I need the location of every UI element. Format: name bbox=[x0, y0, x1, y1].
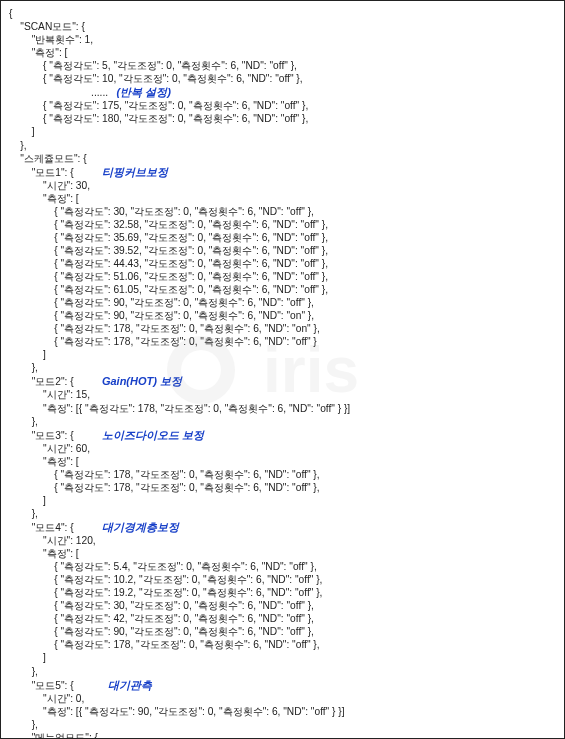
line: { "측정각도": 90, "각도조정": 0, "측정횟수": 6, "ND"… bbox=[9, 297, 314, 308]
line: { "측정각도": 178, "각도조정": 0, "측정횟수": 6, "ND… bbox=[9, 469, 320, 480]
line: { "측정각도": 10, "각도조정": 0, "측정횟수": 6, "ND"… bbox=[9, 73, 303, 84]
line: "모드1": { 티핑커브보정 bbox=[9, 167, 168, 178]
line: { "측정각도": 90, "각도조정": 0, "측정횟수": 6, "ND"… bbox=[9, 310, 314, 321]
line: "측정": [ bbox=[9, 548, 79, 559]
line: { "측정각도": 61.05, "각도조정": 0, "측정횟수": 6, "… bbox=[9, 284, 328, 295]
line: { "측정각도": 90, "각도조정": 0, "측정횟수": 6, "ND"… bbox=[9, 626, 314, 637]
annot-mode5: 대기관측 bbox=[108, 679, 152, 691]
json-config-figure: iris{ "SCAN모드": { "반복횟수": 1, "측정": [ { "… bbox=[0, 0, 565, 739]
line: { "측정각도": 178, "각도조정": 0, "측정횟수": 6, "ND… bbox=[9, 482, 320, 493]
line: "반복횟수": 1, bbox=[9, 34, 93, 45]
line: }, bbox=[9, 666, 38, 677]
line: "측정": [ bbox=[9, 456, 79, 467]
line: }, bbox=[9, 140, 27, 151]
line: { "측정각도": 39.52, "각도조정": 0, "측정횟수": 6, "… bbox=[9, 245, 328, 256]
line: "모드3": { 노이즈다이오드 보정 bbox=[9, 430, 204, 441]
line: "메뉴얼모드": { bbox=[9, 732, 98, 739]
line: { "측정각도": 178, "각도조정": 0, "측정횟수": 6, "ND… bbox=[9, 336, 317, 347]
line: "스케쥴모드": { bbox=[9, 153, 87, 164]
line: "시간": 15, bbox=[9, 389, 90, 400]
line: ...... (반복 설정) bbox=[9, 87, 171, 98]
line: { "측정각도": 30, "각도조정": 0, "측정횟수": 6, "ND"… bbox=[9, 206, 314, 217]
line: { "측정각도": 42, "각도조정": 0, "측정횟수": 6, "ND"… bbox=[9, 613, 314, 624]
line: "SCAN모드": { bbox=[9, 21, 85, 32]
line: { "측정각도": 178, "각도조정": 0, "측정횟수": 6, "ND… bbox=[9, 639, 320, 650]
line: "시간": 120, bbox=[9, 535, 96, 546]
line: { "측정각도": 32.58, "각도조정": 0, "측정횟수": 6, "… bbox=[9, 219, 328, 230]
line: { "측정각도": 10.2, "각도조정": 0, "측정횟수": 6, "N… bbox=[9, 574, 322, 585]
line: { "측정각도": 51.06, "각도조정": 0, "측정횟수": 6, "… bbox=[9, 271, 328, 282]
line: "모드5": { 대기관측 bbox=[9, 680, 152, 691]
line: "모드2": { Gain(HOT) 보정 bbox=[9, 376, 182, 387]
line: "측정": [ bbox=[9, 47, 67, 58]
line: }, bbox=[9, 362, 38, 373]
annot-repeat: (반복 설정) bbox=[117, 86, 171, 98]
line: "시간": 30, bbox=[9, 180, 90, 191]
line: { "측정각도": 5.4, "각도조정": 0, "측정횟수": 6, "ND… bbox=[9, 561, 317, 572]
line: { "측정각도": 180, "각도조정": 0, "측정횟수": 6, "ND… bbox=[9, 113, 308, 124]
annot-mode4: 대기경계층보정 bbox=[102, 521, 179, 533]
line: "측정": [{ "측정각도": 90, "각도조정": 0, "측정횟수": … bbox=[9, 706, 345, 717]
line: { "측정각도": 5, "각도조정": 0, "측정횟수": 6, "ND":… bbox=[9, 60, 297, 71]
line: ] bbox=[9, 349, 46, 360]
line: { "측정각도": 44.43, "각도조정": 0, "측정횟수": 6, "… bbox=[9, 258, 328, 269]
line: ] bbox=[9, 652, 46, 663]
line: "시간": 0, bbox=[9, 693, 84, 704]
line: ] bbox=[9, 495, 46, 506]
line: "측정": [{ "측정각도": 178, "각도조정": 0, "측정횟수":… bbox=[9, 403, 350, 414]
line: "모드4": { 대기경계층보정 bbox=[9, 522, 179, 533]
annot-mode1: 티핑커브보정 bbox=[102, 166, 168, 178]
line: { "측정각도": 19.2, "각도조정": 0, "측정횟수": 6, "N… bbox=[9, 587, 322, 598]
line: { bbox=[9, 8, 12, 19]
line: "시간": 60, bbox=[9, 443, 90, 454]
annot-mode2: Gain(HOT) 보정 bbox=[102, 375, 182, 387]
line: { "측정각도": 178, "각도조정": 0, "측정횟수": 6, "ND… bbox=[9, 323, 320, 334]
line: { "측정각도": 35.69, "각도조정": 0, "측정횟수": 6, "… bbox=[9, 232, 328, 243]
svg-point-1 bbox=[181, 350, 221, 390]
line: { "측정각도": 30, "각도조정": 0, "측정횟수": 6, "ND"… bbox=[9, 600, 314, 611]
line: "측정": [ bbox=[9, 193, 79, 204]
line: ] bbox=[9, 126, 34, 137]
line: }, bbox=[9, 416, 38, 427]
annot-mode3: 노이즈다이오드 보정 bbox=[102, 429, 204, 441]
line: }, bbox=[9, 719, 38, 730]
line: { "측정각도": 175, "각도조정": 0, "측정횟수": 6, "ND… bbox=[9, 100, 308, 111]
line: }, bbox=[9, 508, 38, 519]
